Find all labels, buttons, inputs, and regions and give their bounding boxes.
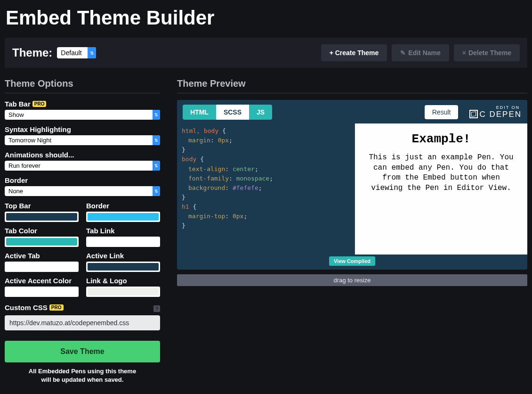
tab-scss[interactable]: SCSS	[216, 105, 249, 120]
result-heading: Example!	[368, 132, 514, 146]
custom-css-label: Custom CSS	[5, 304, 48, 312]
pencil-icon: ✎	[400, 49, 406, 57]
view-compiled-button[interactable]: View Compiled	[329, 256, 375, 266]
save-theme-button[interactable]: Save Theme	[5, 341, 160, 362]
link-logo-color-label: Link & Logo	[86, 277, 160, 285]
tab-js[interactable]: JS	[249, 105, 272, 120]
page-title: Embed Theme Builder	[0, 0, 532, 38]
border-label: Border	[5, 176, 160, 184]
theme-preview-heading: Theme Preview	[177, 78, 527, 93]
tab-link-color-label: Tab Link	[86, 227, 160, 235]
animations-select[interactable]: Run forever	[5, 161, 160, 171]
active-accent-color-label: Active Accent Color	[5, 277, 79, 285]
syntax-label: Syntax Highlighting	[5, 125, 160, 133]
edit-on-label: EDIT ON	[469, 105, 520, 110]
theme-label: Theme:	[12, 46, 52, 59]
link-logo-color-swatch[interactable]	[86, 287, 160, 297]
result-body: This is just an example Pen. You can emb…	[368, 153, 514, 193]
theme-bar: Theme: Default ⇅ + Create Theme ✎ Edit N…	[5, 38, 527, 68]
border-color-label: Border	[86, 202, 160, 210]
tab-bar-label: Tab Bar	[5, 100, 31, 108]
help-icon[interactable]: ?	[153, 305, 160, 312]
pro-badge: PRO	[32, 101, 47, 107]
border-color-swatch[interactable]	[86, 212, 160, 222]
result-button[interactable]: Result	[425, 105, 459, 119]
active-link-color-label: Active Link	[86, 252, 160, 260]
theme-select[interactable]: Default	[57, 47, 96, 58]
codepen-logo[interactable]: C DEPEN	[469, 110, 522, 119]
active-tab-color-swatch[interactable]	[5, 262, 79, 272]
custom-css-input[interactable]	[5, 315, 160, 330]
active-tab-color-label: Active Tab	[5, 252, 79, 260]
resize-handle[interactable]: drag to resize	[177, 274, 527, 286]
edit-name-label: Edit Name	[408, 49, 440, 57]
code-pane: html, body { margin: 0px; } body { text-…	[177, 123, 355, 254]
create-theme-button[interactable]: + Create Theme	[321, 44, 387, 61]
active-accent-color-swatch[interactable]	[5, 287, 79, 297]
tab-bar-select[interactable]: Show	[5, 110, 160, 120]
delete-theme-button[interactable]: × Delete Theme	[454, 44, 520, 61]
top-bar-color-label: Top Bar	[5, 202, 79, 210]
delete-theme-label: Delete Theme	[468, 49, 511, 57]
border-select[interactable]: None	[5, 186, 160, 196]
codepen-icon	[469, 110, 478, 118]
save-note: All Embedded Pens using this theme will …	[5, 367, 160, 384]
top-bar-color-swatch[interactable]	[5, 212, 79, 222]
syntax-select[interactable]: Tomorrow Night	[5, 135, 160, 145]
pro-badge: PRO	[49, 304, 64, 311]
theme-options-heading: Theme Options	[5, 78, 160, 93]
tab-link-color-swatch[interactable]	[86, 237, 160, 247]
preview-frame: HTML SCSS JS Result EDIT ON C DEPEN html…	[177, 100, 527, 270]
tab-color-swatch[interactable]	[5, 237, 79, 247]
close-icon: ×	[462, 49, 466, 57]
active-link-color-swatch[interactable]	[86, 262, 160, 272]
tab-color-label: Tab Color	[5, 227, 79, 235]
edit-name-button[interactable]: ✎ Edit Name	[392, 44, 449, 61]
tab-html[interactable]: HTML	[183, 105, 216, 120]
animations-label: Animations should...	[5, 151, 160, 159]
result-pane: Example! This is just an example Pen. Yo…	[355, 123, 527, 254]
